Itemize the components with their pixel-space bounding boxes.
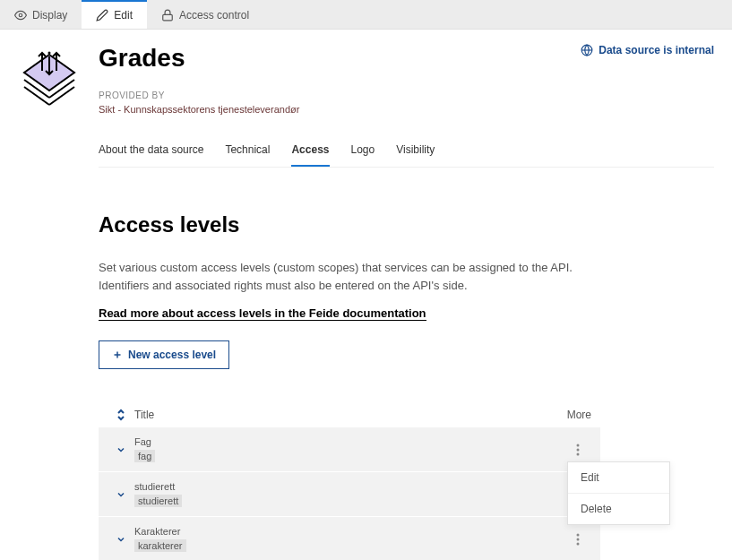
- menu-item-edit[interactable]: Edit: [568, 462, 669, 494]
- lock-icon: [161, 9, 174, 22]
- sort-control[interactable]: [108, 409, 134, 421]
- tab-visibility[interactable]: Visibility: [396, 136, 435, 167]
- content-column: Grades Data source is internal PROVIDED …: [99, 39, 732, 560]
- tab-label: Access control: [179, 9, 249, 22]
- row-actions-button[interactable]: [564, 444, 591, 456]
- svg-point-24: [577, 542, 580, 545]
- top-tabs: Display Edit Access control: [0, 0, 732, 30]
- chevron-down-icon: [116, 489, 126, 500]
- globe-icon: [581, 44, 593, 56]
- internal-badge[interactable]: Data source is internal: [581, 44, 714, 56]
- main-content: Grades Data source is internal PROVIDED …: [0, 30, 732, 560]
- svg-point-22: [577, 533, 580, 536]
- sort-icon: [116, 409, 126, 421]
- row-actions-menu: Edit Delete: [567, 461, 670, 525]
- provider-link[interactable]: Sikt - Kunnskapssektorens tjenestelevera…: [99, 104, 714, 115]
- eye-icon: [14, 9, 27, 22]
- datasource-logo: [17, 47, 82, 112]
- kebab-icon: [576, 533, 580, 546]
- row-content: Karakterer karakterer: [134, 526, 564, 552]
- tab-logo[interactable]: Logo: [351, 136, 375, 167]
- table-row: Karakterer karakterer: [99, 516, 600, 560]
- column-title: Title: [134, 409, 547, 421]
- svg-point-17: [577, 448, 580, 451]
- plus-icon: [112, 349, 123, 360]
- menu-item-delete[interactable]: Delete: [568, 494, 669, 524]
- access-levels-table: Title More Fag fag: [99, 403, 600, 560]
- access-levels-section: Access levels Set various custom access …: [99, 168, 714, 560]
- read-more-link[interactable]: Read more about access levels in the Fei…: [99, 306, 426, 321]
- secondary-tabs: About the data source Technical Access L…: [99, 136, 714, 168]
- row-title: studierett: [134, 481, 564, 492]
- kebab-icon: [576, 444, 580, 456]
- section-description: Set various custom access levels (custom…: [99, 259, 600, 294]
- tab-edit[interactable]: Edit: [82, 0, 147, 29]
- expand-toggle[interactable]: [108, 489, 134, 500]
- table-header: Title More: [99, 403, 600, 426]
- svg-point-18: [577, 452, 580, 455]
- section-title: Access levels: [99, 212, 714, 237]
- tab-about[interactable]: About the data source: [99, 136, 203, 167]
- new-access-level-button[interactable]: New access level: [99, 340, 229, 369]
- svg-rect-1: [163, 14, 173, 20]
- svg-point-11: [48, 52, 51, 55]
- row-content: Fag fag: [134, 436, 564, 462]
- svg-point-16: [577, 444, 580, 446]
- row-actions-button[interactable]: [564, 533, 591, 546]
- row-code: fag: [134, 450, 155, 462]
- row-content: studierett studierett: [134, 481, 564, 507]
- row-code: studierett: [134, 495, 182, 507]
- table-row: studierett studierett Edit Delete: [99, 471, 600, 516]
- svg-point-23: [577, 538, 580, 540]
- column-more: More: [547, 409, 591, 421]
- tab-label: Edit: [114, 9, 133, 22]
- row-title: Fag: [134, 436, 564, 447]
- chevron-down-icon: [116, 444, 126, 455]
- page-title: Grades: [99, 44, 185, 73]
- expand-toggle[interactable]: [108, 444, 134, 455]
- row-code: karakterer: [134, 539, 186, 552]
- tab-technical[interactable]: Technical: [225, 136, 270, 167]
- tab-display[interactable]: Display: [0, 0, 82, 29]
- svg-point-0: [19, 13, 22, 17]
- tab-access[interactable]: Access: [291, 136, 329, 167]
- chevron-down-icon: [116, 534, 126, 545]
- tab-label: Display: [32, 9, 67, 22]
- tab-access-control[interactable]: Access control: [147, 0, 263, 29]
- provided-by-label: PROVIDED BY: [99, 90, 714, 100]
- table-row: Fag fag: [99, 426, 600, 471]
- row-title: Karakterer: [134, 526, 564, 537]
- expand-toggle[interactable]: [108, 534, 134, 545]
- logo-column: [0, 39, 99, 560]
- pencil-icon: [96, 9, 108, 22]
- badge-label: Data source is internal: [599, 44, 714, 56]
- new-button-label: New access level: [128, 349, 216, 361]
